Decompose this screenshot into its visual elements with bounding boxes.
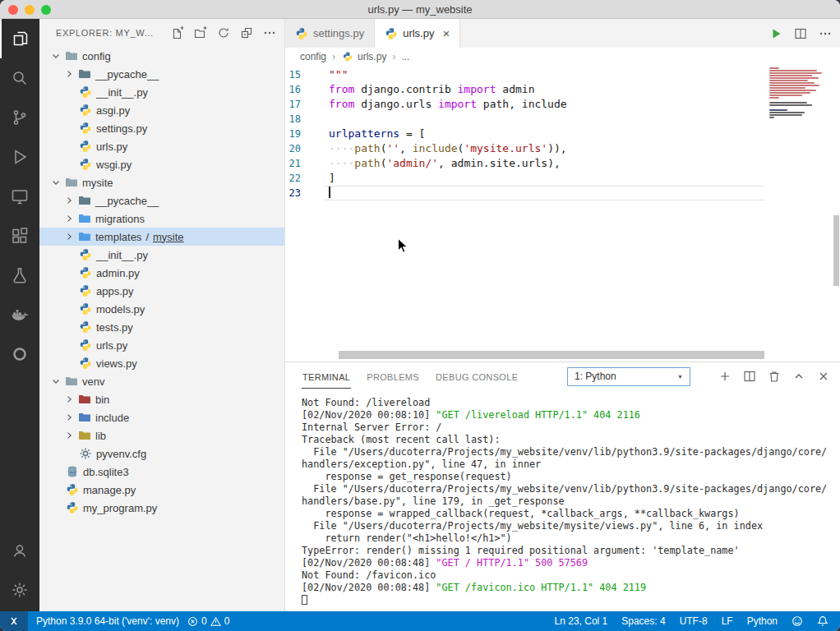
terminal-output[interactable]: Not Found: /livereload[02/Nov/2020 00:08… (285, 390, 840, 606)
activity-extensions[interactable] (0, 216, 39, 256)
tree-folder-lib[interactable]: lib (39, 426, 284, 444)
breadcrumb-item[interactable]: urls.py (341, 50, 386, 63)
tree-file-apps.py[interactable]: apps.py (39, 282, 284, 300)
activity-settings[interactable] (0, 570, 39, 610)
line-number[interactable]: 16 (285, 82, 311, 97)
notifications-bell-icon[interactable] (817, 615, 828, 627)
code-line-16[interactable]: 16from django.contrib import admin (285, 82, 840, 97)
new-terminal-icon[interactable] (718, 370, 732, 383)
tab-settings.py[interactable]: settings.py (285, 19, 375, 48)
new-file-icon[interactable] (171, 26, 184, 39)
tree-file-views.py[interactable]: views.py (39, 354, 284, 372)
line-number[interactable]: 23 (285, 186, 311, 200)
activity-explorer[interactable] (0, 19, 39, 58)
activity-source-control[interactable] (0, 98, 39, 137)
more-actions-icon[interactable] (819, 27, 832, 40)
panel-tab-problems[interactable]: PROBLEMS (366, 364, 420, 389)
tree-file-__init__.py[interactable]: __init__.py (39, 83, 284, 101)
split-terminal-icon[interactable] (743, 370, 756, 383)
split-editor-icon[interactable] (794, 27, 807, 40)
activity-docker[interactable] (0, 295, 39, 334)
line-number[interactable]: 18 (285, 112, 311, 127)
activity-run-and-debug[interactable] (0, 137, 39, 177)
minimap[interactable] (769, 66, 833, 122)
tree-file-my_program.py[interactable]: my_program.py (39, 499, 284, 517)
activity-account[interactable] (0, 531, 39, 570)
tree-file-wsgi.py[interactable]: wsgi.py (39, 155, 284, 173)
status-indentation[interactable]: Spaces: 4 (621, 615, 665, 627)
activity-circle-extension[interactable] (0, 334, 39, 374)
tree-file-urls.py[interactable]: urls.py (39, 137, 284, 155)
more-actions-icon[interactable] (263, 26, 276, 39)
code-line-15[interactable]: 15""" (285, 67, 840, 82)
close-tab-icon[interactable]: × (442, 27, 450, 39)
line-number[interactable]: 15 (285, 67, 311, 82)
activity-search[interactable] (0, 58, 39, 98)
code-line-22[interactable]: 22] (285, 171, 840, 186)
status-problems[interactable]: 0 0 (187, 615, 229, 627)
activity-testing[interactable] (0, 256, 39, 295)
vertical-scrollbar[interactable] (833, 215, 839, 286)
code-line-18[interactable]: 18 (285, 112, 840, 127)
line-number[interactable]: 22 (285, 171, 311, 186)
tree-file-settings.py[interactable]: settings.py (39, 119, 284, 137)
tree-folder-mysite[interactable]: mysite (39, 173, 284, 191)
code-line-19[interactable]: 19urlpatterns = [ (285, 127, 840, 141)
tree-folder-__pycache__[interactable]: __pycache__ (39, 191, 284, 210)
tree-folder-migrations[interactable]: migrations (39, 210, 284, 228)
tree-folder-templates[interactable]: templates/mysite (39, 228, 284, 246)
status-language-mode[interactable]: Python (747, 615, 778, 627)
tree-folder-bin[interactable]: bin (39, 390, 284, 408)
line-number[interactable]: 21 (285, 156, 311, 171)
terminal-shell-select[interactable]: 1: Python ▼ (567, 367, 690, 386)
line-number[interactable]: 17 (285, 97, 311, 112)
status-encoding[interactable]: UTF-8 (680, 615, 708, 627)
tree-file-asgi.py[interactable]: asgi.py (39, 101, 284, 119)
tree-folder-config[interactable]: config (39, 47, 284, 65)
collapse-all-icon[interactable] (240, 26, 253, 39)
code-line-20[interactable]: 20····path('', include('mysite.urls')), (285, 141, 840, 156)
run-python-file-icon[interactable] (769, 27, 782, 40)
panel-tab-terminal[interactable]: TERMINAL (302, 364, 351, 389)
window-title: urls.py — my_website (0, 3, 840, 16)
tree-file-urls.py[interactable]: urls.py (39, 336, 284, 354)
tree-file-models.py[interactable]: models.py (39, 300, 284, 318)
tree-file-tests.py[interactable]: tests.py (39, 318, 284, 336)
remote-indicator[interactable] (0, 611, 28, 631)
activity-remote-explorer[interactable] (0, 177, 39, 216)
close-panel-icon[interactable] (817, 370, 830, 383)
status-eol[interactable]: LF (722, 615, 733, 627)
line-number[interactable]: 19 (285, 127, 311, 141)
tree-item-label: apps.py (96, 285, 134, 297)
feedback-icon[interactable] (792, 615, 803, 627)
breadcrumb-item[interactable]: config (300, 51, 326, 62)
breadcrumb-item[interactable]: ... (401, 51, 409, 62)
code-line-23[interactable]: 23 (285, 186, 840, 200)
path-separator: / (145, 231, 149, 243)
code-line-17[interactable]: 17from django.urls import path, include (285, 97, 840, 112)
python-file-icon (79, 357, 92, 370)
refresh-icon[interactable] (217, 26, 230, 39)
line-number[interactable]: 20 (285, 141, 311, 156)
tree-folder-include[interactable]: include (39, 408, 284, 426)
horizontal-scrollbar[interactable] (339, 351, 764, 359)
new-folder-icon[interactable] (194, 26, 207, 39)
close-window-button[interactable] (8, 5, 18, 15)
tree-folder-venv[interactable]: venv (39, 372, 284, 390)
tree-folder-__pycache__[interactable]: __pycache__ (39, 65, 284, 83)
code-line-21[interactable]: 21····path('admin/', admin.site.urls), (285, 156, 840, 171)
tab-urls.py[interactable]: urls.py× (375, 19, 460, 48)
tree-file-manage.py[interactable]: manage.py (39, 481, 284, 499)
status-cursor-position[interactable]: Ln 23, Col 1 (555, 615, 608, 627)
kill-terminal-icon[interactable] (768, 370, 781, 383)
tree-file-db.sqlite3[interactable]: db.sqlite3 (39, 463, 284, 481)
minimize-window-button[interactable] (25, 5, 35, 15)
code-editor[interactable]: 15"""16from django.contrib import admin1… (285, 66, 840, 362)
zoom-window-button[interactable] (41, 5, 51, 15)
tree-file-pyvenv.cfg[interactable]: pyvenv.cfg (39, 444, 284, 463)
tree-file-admin.py[interactable]: admin.py (39, 264, 284, 282)
tree-file-__init__.py[interactable]: __init__.py (39, 246, 284, 264)
status-python-interpreter[interactable]: Python 3.9.0 64-bit ('venv': venv) (36, 615, 179, 627)
maximize-panel-icon[interactable] (792, 370, 805, 383)
panel-tab-debug-console[interactable]: DEBUG CONSOLE (435, 364, 519, 389)
